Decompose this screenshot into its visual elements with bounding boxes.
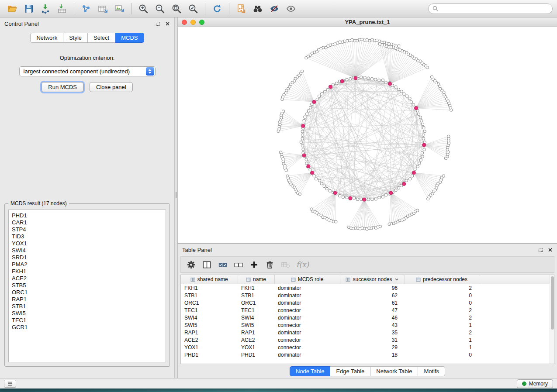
- cell-empty[interactable]: [479, 306, 554, 314]
- network-node[interactable]: [335, 220, 337, 223]
- network-node[interactable]: [419, 60, 422, 62]
- cell-name[interactable]: ORC1: [238, 299, 274, 306]
- cell-successors[interactable]: 31: [340, 336, 405, 344]
- network-node[interactable]: [423, 148, 426, 151]
- cell-role[interactable]: dominator: [274, 351, 340, 358]
- cell-role[interactable]: connector: [274, 321, 340, 329]
- col-header-predecessor-nodes[interactable]: predecessor nodes: [405, 275, 479, 284]
- cell-successors[interactable]: 62: [340, 292, 405, 299]
- network-node[interactable]: [318, 95, 320, 97]
- tab-motifs[interactable]: Motifs: [418, 366, 445, 376]
- mcds-result-item[interactable]: YOX1: [12, 240, 163, 247]
- network-node[interactable]: [353, 39, 356, 42]
- table-row[interactable]: STB1STB1dominator620: [181, 292, 554, 299]
- network-window-titlebar[interactable]: YPA_prune.txt_1: [178, 17, 557, 27]
- cell-role[interactable]: dominator: [274, 299, 340, 306]
- network-node[interactable]: [349, 77, 352, 80]
- hide-graphics-details-button[interactable]: [266, 2, 282, 16]
- network-node[interactable]: [394, 86, 397, 88]
- mcds-result-item[interactable]: TEC1: [12, 317, 163, 324]
- network-hub-node[interactable]: [307, 165, 310, 168]
- network-node[interactable]: [447, 135, 450, 138]
- network-node[interactable]: [406, 95, 408, 97]
- delete-column-icon[interactable]: [265, 260, 275, 270]
- network-node[interactable]: [323, 185, 325, 187]
- cell-predecessors[interactable]: 1: [405, 344, 479, 351]
- network-node[interactable]: [313, 175, 315, 177]
- zoom-out-button[interactable]: [152, 2, 168, 16]
- table-row[interactable]: RAP1RAP1dominator352: [181, 329, 554, 336]
- cell-name[interactable]: RAP1: [238, 329, 274, 336]
- open-session-button[interactable]: [4, 2, 20, 16]
- network-node[interactable]: [374, 78, 377, 81]
- table-row[interactable]: ORC1ORC1dominator610: [181, 299, 554, 306]
- cell-name[interactable]: SWI4: [238, 314, 274, 321]
- show-columns-icon[interactable]: [202, 260, 212, 270]
- cell-shared_name[interactable]: PHD1: [181, 351, 238, 358]
- gear-icon[interactable]: [186, 260, 196, 270]
- deselect-all-icon[interactable]: [233, 260, 243, 270]
- show-graphics-details-button[interactable]: [283, 2, 299, 16]
- network-node[interactable]: [430, 76, 433, 78]
- table-row[interactable]: PHD1PHD1dominator180: [181, 351, 554, 358]
- network-node[interactable]: [305, 162, 308, 165]
- cell-shared_name[interactable]: ACE2: [181, 336, 238, 344]
- network-node[interactable]: [378, 196, 381, 199]
- cell-successors[interactable]: 18: [340, 351, 405, 358]
- cell-empty[interactable]: [479, 299, 554, 306]
- cell-empty[interactable]: [479, 321, 554, 329]
- cell-predecessors[interactable]: 2: [405, 306, 479, 314]
- network-node[interactable]: [422, 127, 425, 129]
- cell-shared_name[interactable]: TEC1: [181, 306, 238, 314]
- cell-empty[interactable]: [479, 336, 554, 344]
- network-node[interactable]: [439, 87, 442, 90]
- mcds-result-item[interactable]: SRD1: [12, 254, 163, 261]
- scrollbar-thumb[interactable]: [551, 276, 554, 330]
- import-table-file-button[interactable]: [54, 2, 70, 16]
- tab-node-table[interactable]: Node Table: [290, 366, 331, 376]
- mcds-result-item[interactable]: SWI4: [12, 247, 163, 254]
- table-row[interactable]: ACE2ACE2connector311: [181, 336, 554, 344]
- cell-name[interactable]: STB1: [238, 292, 274, 299]
- cell-successors[interactable]: 29: [340, 344, 405, 351]
- network-node[interactable]: [323, 90, 326, 93]
- cell-empty[interactable]: [479, 351, 554, 358]
- network-node[interactable]: [321, 93, 323, 95]
- cell-successors[interactable]: 43: [340, 321, 405, 329]
- network-node[interactable]: [414, 168, 416, 170]
- close-panel-icon[interactable]: [165, 21, 170, 26]
- network-node[interactable]: [302, 148, 304, 151]
- col-header-name[interactable]: name: [238, 275, 274, 284]
- cell-name[interactable]: TEC1: [238, 306, 274, 314]
- search-network-button[interactable]: [250, 2, 266, 16]
- network-node[interactable]: [281, 98, 284, 101]
- network-node[interactable]: [384, 81, 387, 84]
- network-node[interactable]: [363, 76, 366, 79]
- network-node[interactable]: [301, 144, 304, 147]
- network-hub-node[interactable]: [363, 198, 366, 201]
- network-node[interactable]: [338, 195, 341, 197]
- network-hub-node[interactable]: [340, 79, 344, 83]
- network-node[interactable]: [315, 178, 317, 180]
- cell-successors[interactable]: 61: [340, 299, 405, 306]
- cell-role[interactable]: dominator: [274, 329, 340, 336]
- network-node[interactable]: [398, 45, 400, 47]
- table-row[interactable]: SWI4SWI4dominator462: [181, 314, 554, 321]
- network-node[interactable]: [325, 187, 328, 190]
- network-node[interactable]: [320, 182, 323, 185]
- mcds-result-item[interactable]: ACE2: [12, 275, 163, 282]
- network-node[interactable]: [346, 196, 348, 199]
- col-header-successor-nodes[interactable]: successor nodes: [340, 275, 405, 284]
- network-hub-node[interactable]: [302, 154, 306, 157]
- network-node[interactable]: [335, 82, 338, 85]
- network-node[interactable]: [298, 193, 301, 196]
- network-node[interactable]: [378, 79, 381, 82]
- network-node[interactable]: [397, 186, 400, 189]
- zoom-in-button[interactable]: [135, 2, 151, 16]
- network-node[interactable]: [360, 198, 363, 200]
- network-graph[interactable]: [178, 27, 557, 243]
- table-scrollbar[interactable]: [550, 275, 554, 364]
- network-node[interactable]: [300, 141, 302, 144]
- network-node[interactable]: [325, 46, 327, 49]
- mcds-result-item[interactable]: STB1: [12, 303, 163, 310]
